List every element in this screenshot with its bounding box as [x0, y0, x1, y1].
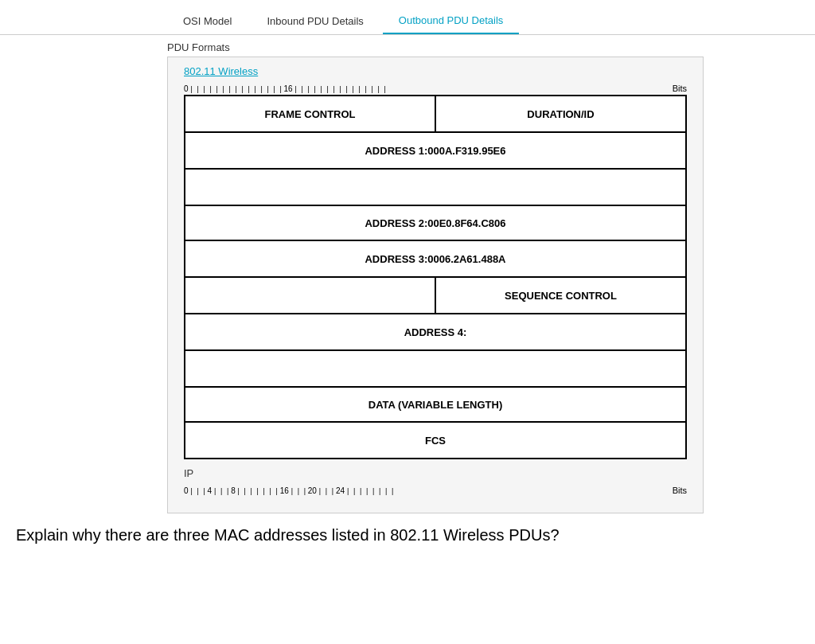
- tick-30: [376, 86, 382, 93]
- pdu-row-7-bottom: DATA (VARIABLE LENGTH): [185, 386, 685, 421]
- tick-25: [344, 86, 350, 93]
- diagram-container: 802.11 Wireless 0 16: [167, 57, 704, 513]
- pdu-row-3-top: [185, 170, 685, 205]
- duration-id-cell: DURATION/ID: [436, 96, 685, 131]
- address4-cell: ADDRESS 4:: [185, 314, 685, 349]
- ip-ruler-twenty: 20: [308, 487, 317, 495]
- ruler-bits-label: Bits: [673, 84, 687, 93]
- pdu-row-1: FRAME CONTROL DURATION/ID: [185, 96, 685, 133]
- tab-bar: OSI Model Inbound PDU Details Outbound P…: [0, 0, 815, 35]
- tick-21: [318, 86, 325, 93]
- tick-23: [331, 86, 337, 93]
- pdu-row-3: ADDRESS 2:00E0.8F64.C806: [185, 170, 685, 241]
- sequence-control-cell: SEQUENCE CONTROL: [436, 278, 685, 313]
- frame-control-cell: FRAME CONTROL: [185, 96, 436, 131]
- tick-18: [299, 86, 306, 93]
- pdu-row-3-bottom: ADDRESS 2:00E0.8F64.C806: [185, 205, 685, 240]
- ip-ruler-bits-label: Bits: [673, 486, 687, 495]
- bit-ruler: 0 16: [184, 79, 687, 93]
- tick-27: [357, 86, 363, 93]
- tick-19: [306, 86, 312, 93]
- tick-9: [240, 86, 246, 93]
- pdu-diagram: FRAME CONTROL DURATION/ID ADDRESS 1:000A…: [184, 95, 687, 459]
- address3-cell: ADDRESS 3:0006.2A61.488A: [185, 241, 685, 276]
- tick-12: [259, 86, 265, 93]
- tick-11: [252, 86, 259, 93]
- tick-8: [233, 86, 240, 93]
- pdu-row-7-top-left: [185, 351, 685, 386]
- pdu-row-3-top-left: [185, 170, 685, 205]
- data-cell: DATA (VARIABLE LENGTH): [185, 388, 685, 421]
- ip-ruler-four: 4: [208, 487, 213, 495]
- pdu-row-4: ADDRESS 3:0006.2A61.488A: [185, 241, 685, 278]
- tick-10: [246, 86, 252, 93]
- address1-cell: ADDRESS 1:000A.F319.95E6: [185, 133, 685, 168]
- tab-inbound-pdu[interactable]: Inbound PDU Details: [251, 9, 379, 33]
- pdu-row-2: ADDRESS 1:000A.F319.95E6: [185, 133, 685, 170]
- pdu-formats-label: PDU Formats: [0, 35, 815, 57]
- tick-5: [214, 86, 220, 93]
- pdu-row-6: ADDRESS 4:: [185, 314, 685, 351]
- tick-1: [189, 86, 195, 93]
- tick-29: [369, 86, 376, 93]
- seq-ctrl-empty-cell: [185, 278, 436, 313]
- ip-ruler-zero: 0: [184, 487, 189, 495]
- fcs-cell: FCS: [185, 423, 685, 458]
- tick-20: [312, 86, 318, 93]
- pdu-row-8: FCS: [185, 423, 685, 458]
- tick-7: [227, 86, 233, 93]
- ip-ruler-sixteen: 16: [280, 487, 289, 495]
- pdu-row-7: DATA (VARIABLE LENGTH): [185, 351, 685, 423]
- ip-ruler-eight: 8: [231, 487, 236, 495]
- tick-6: [220, 86, 227, 93]
- ip-ruler-twentyfour: 24: [336, 487, 345, 495]
- tick-22: [325, 86, 331, 93]
- protocol-label: 802.11 Wireless: [184, 65, 687, 77]
- tick-13: [265, 86, 271, 93]
- ruler-sixteen: 16: [284, 85, 293, 93]
- ip-bit-ruler: 0 4 8 16 20 24: [184, 481, 687, 495]
- tick-14: [271, 86, 278, 93]
- address2-cell: ADDRESS 2:00E0.8F64.C806: [185, 206, 685, 240]
- tick-15: [278, 86, 284, 93]
- pdu-row-7-top: [185, 351, 685, 386]
- tick-26: [350, 86, 357, 93]
- tick-17: [293, 86, 299, 93]
- pdu-row-5: SEQUENCE CONTROL: [185, 278, 685, 314]
- tick-28: [363, 86, 369, 93]
- tab-outbound-pdu[interactable]: Outbound PDU Details: [383, 8, 520, 34]
- ruler-zero: 0: [184, 85, 189, 93]
- tick-4: [208, 86, 214, 93]
- bottom-question: Explain why there are three MAC addresse…: [0, 513, 815, 557]
- tick-3: [201, 86, 208, 93]
- tick-2: [195, 86, 201, 93]
- tick-31: [382, 86, 388, 93]
- ip-label: IP: [184, 467, 687, 479]
- tab-osi-model[interactable]: OSI Model: [167, 9, 248, 33]
- tick-24: [337, 86, 344, 93]
